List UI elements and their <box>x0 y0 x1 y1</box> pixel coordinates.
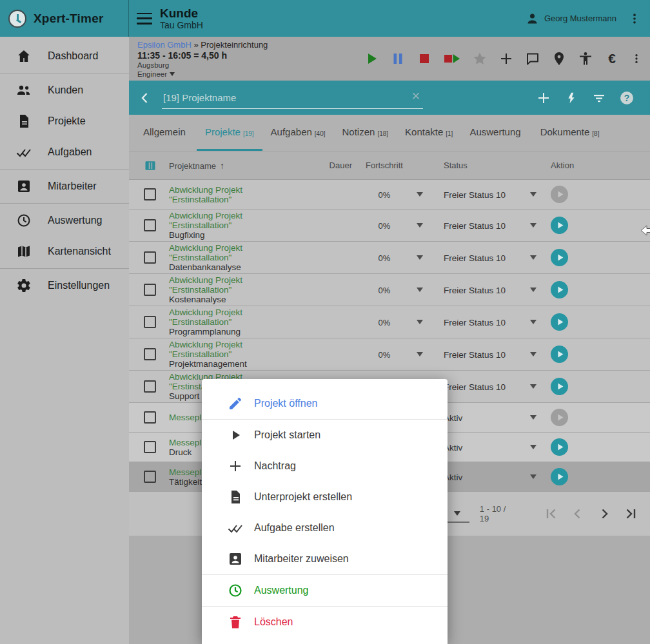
row-checkbox[interactable] <box>144 284 156 296</box>
row-checkbox[interactable] <box>144 441 156 453</box>
row-play-button[interactable] <box>551 346 568 363</box>
columns-icon[interactable] <box>144 159 157 172</box>
row-checkbox[interactable] <box>144 411 156 424</box>
column-aktion[interactable]: Aktion <box>547 161 574 170</box>
first-page-icon[interactable] <box>544 506 559 522</box>
sidebar-item-mitarbeiter[interactable]: Mitarbeiter <box>0 171 129 202</box>
project-name[interactable]: Abwicklung Projekt "Erstinstallation" <box>169 211 313 230</box>
tab[interactable]: Projekte [19] <box>197 115 262 151</box>
status-dropdown-icon[interactable] <box>530 288 537 292</box>
prev-page-icon[interactable] <box>570 506 586 522</box>
column-projektname[interactable]: Projektname↑ <box>169 161 313 171</box>
role-selector[interactable]: Engineer <box>137 70 331 79</box>
row-play-button[interactable] <box>551 468 568 485</box>
next-page-icon[interactable] <box>596 506 612 522</box>
bolt-icon[interactable] <box>565 90 578 106</box>
stop-icon[interactable] <box>417 51 432 66</box>
row-play-button[interactable] <box>551 378 568 395</box>
column-status[interactable]: Status <box>433 161 530 170</box>
breadcrumb-link[interactable]: Epsilon GmbH <box>137 40 192 50</box>
kebab-menu-icon[interactable] <box>631 51 642 66</box>
table-row[interactable]: Abwicklung Projekt "Erstinstallation" 0%… <box>129 180 650 210</box>
sidebar-item-projekte[interactable]: Projekte <box>0 106 129 137</box>
table-row[interactable]: Abwicklung Projekt "Erstinstallation" Bu… <box>129 210 650 242</box>
table-row[interactable]: Abwicklung Projekt "Erstinstallation" Da… <box>129 242 650 274</box>
status-dropdown-icon[interactable] <box>530 192 537 197</box>
back-icon[interactable] <box>137 90 153 106</box>
row-checkbox[interactable] <box>144 471 156 483</box>
status-dropdown-icon[interactable] <box>530 384 537 389</box>
project-name[interactable]: Abwicklung Projekt "Erstinstallation" <box>169 275 313 295</box>
status-dropdown-icon[interactable] <box>530 415 537 420</box>
progress-dropdown-icon[interactable] <box>417 192 423 197</box>
menu-item-auswertung[interactable]: Auswertung <box>202 575 448 606</box>
project-name[interactable]: Abwicklung Projekt "Erstinstallation" <box>169 243 313 262</box>
sidebar-item-kartenansicht[interactable]: Kartenansicht <box>0 236 129 267</box>
table-row[interactable]: Abwicklung Projekt "Erstinstallation" Ko… <box>129 274 650 306</box>
tab[interactable]: Kontakte [1] <box>397 115 461 151</box>
filter-icon[interactable] <box>591 90 607 106</box>
status-dropdown-icon[interactable] <box>530 223 537 228</box>
menu-item-nachtrag[interactable]: Nachtrag <box>202 451 448 482</box>
progress-dropdown-icon[interactable] <box>417 320 423 324</box>
row-checkbox[interactable] <box>144 380 156 393</box>
tab[interactable]: Aufgaben [40] <box>262 115 334 151</box>
progress-dropdown-icon[interactable] <box>417 223 423 228</box>
menu-item-mitarbeiter-zuweisen[interactable]: Mitarbeiter zuweisen <box>202 543 448 574</box>
add-icon[interactable] <box>536 90 551 106</box>
column-fortschritt[interactable]: Fortschritt <box>352 161 417 170</box>
progress-dropdown-icon[interactable] <box>417 255 423 260</box>
tab[interactable]: Auswertung <box>461 115 531 151</box>
menu-item-projekt-oeffnen[interactable]: Projekt öffnen <box>202 388 448 419</box>
status-dropdown-icon[interactable] <box>530 352 537 356</box>
row-play-button[interactable] <box>551 217 568 234</box>
menu-item-unterprojekt-erstellen[interactable]: Unterprojekt erstellen <box>202 482 448 512</box>
project-name[interactable]: Abwicklung Projekt "Erstinstallation" <box>169 307 313 327</box>
table-row[interactable]: Abwicklung Projekt "Erstinstallation" Pr… <box>129 338 650 371</box>
menu-item-loeschen[interactable]: Löschen <box>202 607 448 638</box>
progress-dropdown-icon[interactable] <box>417 352 423 356</box>
star-icon[interactable] <box>472 51 488 66</box>
row-checkbox[interactable] <box>144 316 156 328</box>
row-checkbox[interactable] <box>144 188 156 200</box>
tab[interactable]: Dokumente [8] <box>532 115 608 151</box>
row-play-button[interactable] <box>551 249 568 266</box>
row-play-button[interactable] <box>551 186 568 203</box>
row-checkbox[interactable] <box>144 219 156 231</box>
sidebar-item-auswertung[interactable]: Auswertung <box>0 205 129 236</box>
project-name[interactable]: Abwicklung Projekt "Erstinstallation" <box>169 185 313 204</box>
play-icon[interactable] <box>364 51 379 66</box>
location-pin-icon[interactable] <box>551 51 567 66</box>
comment-icon[interactable] <box>525 51 540 66</box>
table-row[interactable]: Abwicklung Projekt "Erstinstallation" Pr… <box>129 306 650 338</box>
sidebar-item-kunden[interactable]: Kunden <box>0 75 129 106</box>
row-play-button[interactable] <box>551 313 568 331</box>
row-checkbox[interactable] <box>144 251 156 264</box>
tab[interactable]: Allgemein <box>135 115 197 151</box>
tab[interactable]: Notizen [18] <box>334 115 397 151</box>
row-play-button[interactable] <box>551 409 568 426</box>
euro-icon[interactable]: € <box>604 51 620 66</box>
row-checkbox[interactable] <box>144 348 156 360</box>
status-dropdown-icon[interactable] <box>530 320 537 324</box>
sidebar-item-aufgaben[interactable]: Aufgaben <box>0 137 129 168</box>
menu-item-projekt-starten[interactable]: Projekt starten <box>202 420 448 451</box>
progress-dropdown-icon[interactable] <box>417 288 423 292</box>
status-dropdown-icon[interactable] <box>530 445 537 449</box>
plus-icon[interactable] <box>498 51 514 66</box>
search-input[interactable] <box>162 92 423 103</box>
last-page-icon[interactable] <box>623 506 638 522</box>
hamburger-icon[interactable] <box>137 13 152 24</box>
menu-item-aufgabe-erstellen[interactable]: Aufgabe erstellen <box>202 512 448 543</box>
sidebar-item-dashboard[interactable]: Dashboard <box>0 41 129 72</box>
row-play-button[interactable] <box>551 281 568 298</box>
help-icon[interactable]: ? <box>620 92 633 104</box>
row-play-button[interactable] <box>551 438 568 456</box>
clear-icon[interactable]: ✕ <box>411 90 420 103</box>
status-dropdown-icon[interactable] <box>530 474 537 479</box>
project-name[interactable]: Abwicklung Projekt "Erstinstallation" <box>169 340 313 359</box>
person-standing-icon[interactable] <box>578 51 593 66</box>
sidebar-item-einstellungen[interactable]: Einstellungen <box>0 270 129 301</box>
status-dropdown-icon[interactable] <box>530 255 537 260</box>
stop-and-go-icon[interactable] <box>443 51 461 66</box>
